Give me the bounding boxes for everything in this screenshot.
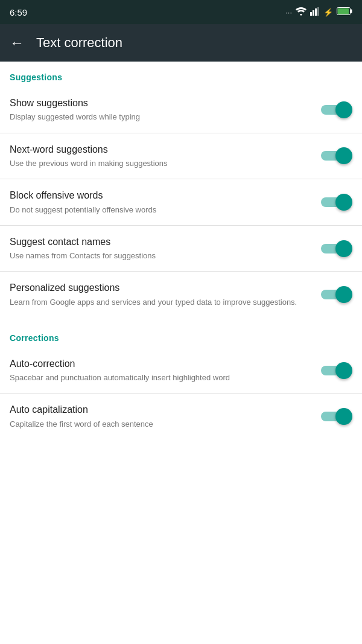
block-offensive-words-toggle[interactable] xyxy=(321,194,352,211)
show-suggestions-item[interactable]: Show suggestions Display suggested words… xyxy=(0,87,362,133)
next-word-suggestions-item[interactable]: Next-word suggestions Use the previous w… xyxy=(0,133,362,180)
auto-capitalization-item[interactable]: Auto capitalization Capitalize the first… xyxy=(0,394,362,439)
status-time: 6:59 xyxy=(10,7,27,18)
battery-charging-icon: ⚡ xyxy=(323,8,333,17)
status-bar: 6:59 ··· ⚡ xyxy=(0,0,362,24)
suggest-contact-names-subtitle: Use names from Contacts for suggestions xyxy=(10,250,311,261)
back-button[interactable]: ← xyxy=(10,34,24,51)
show-suggestions-subtitle: Display suggested words while typing xyxy=(10,112,311,123)
next-word-suggestions-title: Next-word suggestions xyxy=(10,143,311,156)
personalized-suggestions-item[interactable]: Personalized suggestions Learn from Goog… xyxy=(0,272,362,317)
auto-capitalization-subtitle: Capitalize the first word of each senten… xyxy=(10,419,311,430)
auto-correction-item[interactable]: Auto-correction Spacebar and punctuation… xyxy=(0,348,362,394)
next-word-suggestions-toggle[interactable] xyxy=(321,147,352,164)
auto-correction-title: Auto-correction xyxy=(10,357,311,371)
dots-icon: ··· xyxy=(285,8,292,17)
signal-icon xyxy=(310,7,320,18)
suggestions-section: Suggestions Show suggestions Display sug… xyxy=(0,62,362,317)
block-offensive-words-subtitle: Do not suggest potentially offensive wor… xyxy=(10,205,311,215)
settings-content: Suggestions Show suggestions Display sug… xyxy=(0,62,362,439)
suggest-contact-names-title: Suggest contact names xyxy=(10,235,311,249)
auto-capitalization-title: Auto capitalization xyxy=(10,403,311,416)
corrections-header: Corrections xyxy=(0,322,362,348)
block-offensive-words-item[interactable]: Block offensive words Do not suggest pot… xyxy=(0,179,362,226)
auto-correction-toggle[interactable] xyxy=(321,362,352,379)
page-title: Text correction xyxy=(36,35,122,51)
personalized-suggestions-toggle[interactable] xyxy=(321,286,352,303)
svg-rect-1 xyxy=(313,10,314,16)
block-offensive-words-title: Block offensive words xyxy=(10,189,311,202)
suggest-contact-names-toggle[interactable] xyxy=(321,240,352,257)
svg-rect-3 xyxy=(317,7,319,16)
suggest-contact-names-item[interactable]: Suggest contact names Use names from Con… xyxy=(0,226,362,272)
suggestions-header: Suggestions xyxy=(0,62,362,87)
personalized-suggestions-title: Personalized suggestions xyxy=(10,281,311,295)
show-suggestions-toggle[interactable] xyxy=(321,101,352,118)
auto-capitalization-toggle[interactable] xyxy=(321,408,352,425)
top-bar: ← Text correction xyxy=(0,24,362,62)
battery-icon xyxy=(337,7,352,17)
svg-rect-0 xyxy=(310,12,312,16)
auto-correction-subtitle: Spacebar and punctuation automatically i… xyxy=(10,372,311,383)
personalized-suggestions-subtitle: Learn from Google apps and services and … xyxy=(10,297,311,308)
status-icons: ··· ⚡ xyxy=(285,7,352,18)
svg-rect-6 xyxy=(338,8,349,14)
show-suggestions-title: Show suggestions xyxy=(10,97,311,110)
next-word-suggestions-subtitle: Use the previous word in making suggesti… xyxy=(10,158,311,169)
svg-rect-5 xyxy=(351,10,352,13)
corrections-section: Corrections Auto-correction Spacebar and… xyxy=(0,322,362,439)
wifi-icon xyxy=(296,7,306,18)
svg-rect-2 xyxy=(315,8,317,16)
